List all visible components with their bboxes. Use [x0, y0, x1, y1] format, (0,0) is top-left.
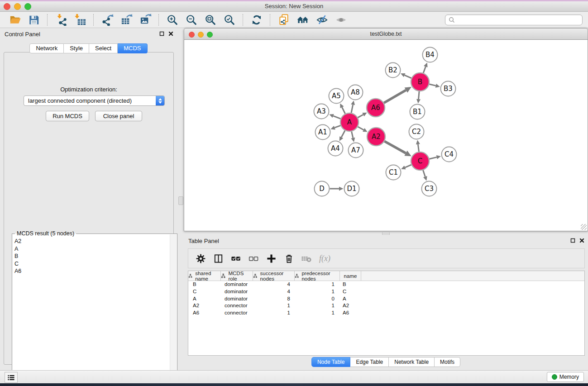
close-panel-button[interactable]: Close panel	[95, 111, 142, 121]
graph-edge-A-A6[interactable]	[358, 114, 363, 118]
column-view-button[interactable]	[212, 253, 224, 264]
graph-edge-A-A1[interactable]	[335, 125, 340, 128]
search-field[interactable]	[445, 14, 583, 25]
graph-node-C2[interactable]: C2	[409, 124, 424, 139]
graph-edge-B-B4[interactable]	[423, 67, 425, 73]
zoom-out-button[interactable]	[184, 13, 199, 27]
graph-node-B4[interactable]: B4	[423, 48, 438, 62]
apply-layout-button[interactable]	[249, 13, 264, 27]
select-stepper[interactable]	[156, 96, 164, 105]
graph-node-C[interactable]: C	[411, 152, 429, 170]
tab-network-table[interactable]: Network Table	[389, 357, 435, 367]
table-row[interactable]: Adominator80A	[188, 295, 584, 303]
graph-edge-A-A3[interactable]	[333, 116, 340, 119]
tab-mcds[interactable]: MCDS	[118, 43, 147, 53]
export-image-button[interactable]	[138, 13, 153, 27]
column-header-shared-name[interactable]: shared name	[188, 271, 221, 281]
close-panel-icon[interactable]	[579, 238, 584, 243]
export-table-button[interactable]	[119, 13, 134, 27]
network-canvas[interactable]: AA1A2A3A4A5A6A7A8BB1B2B3B4CC1C2C3C4DD1	[184, 40, 588, 231]
delete-column-button[interactable]	[283, 253, 295, 264]
memory-button[interactable]: Memory	[547, 372, 584, 382]
graph-edge-C-C3[interactable]	[423, 170, 425, 176]
import-network-button[interactable]	[54, 13, 68, 27]
tab-motifs[interactable]: Motifs	[435, 357, 460, 367]
splitter-handle[interactable]	[178, 196, 183, 205]
clear-selection-button[interactable]	[248, 253, 259, 264]
graph-edge-C-C2[interactable]	[418, 144, 419, 152]
table-row[interactable]: Cdominator41C	[188, 288, 584, 295]
graph-edge-C-C1[interactable]	[405, 165, 411, 167]
table-row[interactable]: Bdominator41B	[188, 281, 584, 288]
column-header-predecessor-nodes[interactable]: predecessor nodes	[295, 271, 340, 281]
mcds-result-item[interactable]: A2	[14, 238, 169, 245]
graph-node-A1[interactable]: A1	[316, 125, 330, 140]
graph-node-D1[interactable]: D1	[344, 181, 359, 196]
graph-node-C4[interactable]: C4	[442, 147, 457, 162]
tab-select[interactable]: Select	[89, 43, 118, 53]
show-graphics-button[interactable]	[334, 13, 348, 27]
graph-node-A5[interactable]: A5	[329, 89, 344, 104]
criterion-select[interactable]: largest connected component (directed)	[24, 95, 165, 106]
table-settings-button[interactable]	[195, 253, 206, 264]
graph-node-B[interactable]: B	[411, 73, 429, 91]
result-scrollbar[interactable]	[170, 234, 177, 385]
select-all-button[interactable]	[230, 253, 242, 264]
tab-style[interactable]: Style	[64, 43, 89, 53]
import-table-button[interactable]	[73, 13, 87, 27]
run-mcds-button[interactable]: Run MCDS	[46, 111, 89, 121]
graph-edge-A-A4[interactable]	[341, 131, 345, 138]
column-header-successor-nodes[interactable]: successor nodes	[253, 271, 295, 281]
open-session-button[interactable]	[8, 13, 22, 27]
graph-node-A[interactable]: A	[340, 113, 359, 131]
graph-node-B1[interactable]: B1	[410, 105, 425, 119]
graph-edge-A-A8[interactable]	[351, 105, 353, 113]
task-history-button[interactable]	[5, 372, 18, 383]
export-network-button[interactable]	[100, 13, 115, 27]
mcds-result-item[interactable]: A6	[14, 267, 169, 275]
vertical-splitter[interactable]	[177, 28, 184, 370]
column-header-mcds-role[interactable]: MCDS role	[221, 271, 253, 281]
graph-node-A3[interactable]: A3	[314, 104, 329, 119]
network-window-titlebar[interactable]: testGlobe.txt	[184, 28, 588, 40]
graph-node-C3[interactable]: C3	[422, 181, 437, 196]
graph-edge-A2-C[interactable]	[384, 141, 406, 153]
save-session-button[interactable]	[27, 13, 41, 27]
delete-table-button[interactable]	[301, 253, 312, 264]
window-resize-grip[interactable]	[581, 224, 587, 230]
tab-edge-table[interactable]: Edge Table	[350, 357, 389, 367]
search-input[interactable]	[457, 15, 582, 24]
hide-panels-button[interactable]	[315, 13, 329, 27]
horizontal-splitter[interactable]	[184, 231, 588, 235]
graph-node-D[interactable]: D	[315, 181, 330, 196]
graph-node-B3[interactable]: B3	[441, 81, 456, 96]
graph-edge-A6-B[interactable]	[384, 90, 406, 103]
mcds-result-item[interactable]: C	[14, 260, 169, 268]
graph-edge-B-B1[interactable]	[419, 91, 420, 99]
reset-views-button[interactable]	[296, 13, 310, 27]
graph-edge-B-B3[interactable]	[429, 84, 435, 86]
mcds-result-item[interactable]: B	[14, 253, 169, 260]
mcds-result-item[interactable]: A	[14, 245, 169, 253]
graph-node-A2[interactable]: A2	[367, 128, 385, 146]
add-column-button[interactable]	[265, 253, 277, 264]
zoom-fit-button[interactable]	[203, 13, 218, 27]
tab-network[interactable]: Network	[29, 43, 64, 53]
graph-node-A8[interactable]: A8	[348, 85, 363, 100]
graph-edge-A-A7[interactable]	[352, 131, 353, 138]
graph-edge-A-A2[interactable]	[358, 127, 363, 130]
tab-node-table[interactable]: Node Table	[311, 357, 351, 367]
graph-edge-B-B2[interactable]	[405, 75, 411, 78]
graph-node-A7[interactable]: A7	[349, 143, 363, 158]
float-panel-icon[interactable]	[570, 238, 575, 243]
graph-node-A4[interactable]: A4	[328, 141, 343, 156]
close-panel-icon[interactable]	[168, 31, 173, 36]
zoom-selected-button[interactable]	[222, 13, 237, 27]
graph-node-B2[interactable]: B2	[386, 63, 401, 78]
clone-network-button[interactable]	[277, 13, 291, 27]
graph-edge-A-A5[interactable]	[342, 107, 345, 114]
graph-edge-C-C4[interactable]	[429, 157, 436, 159]
graph-node-A6[interactable]: A6	[367, 99, 385, 117]
column-header-name[interactable]: name	[340, 271, 361, 281]
table-row[interactable]: A6connector11A6	[188, 310, 584, 317]
